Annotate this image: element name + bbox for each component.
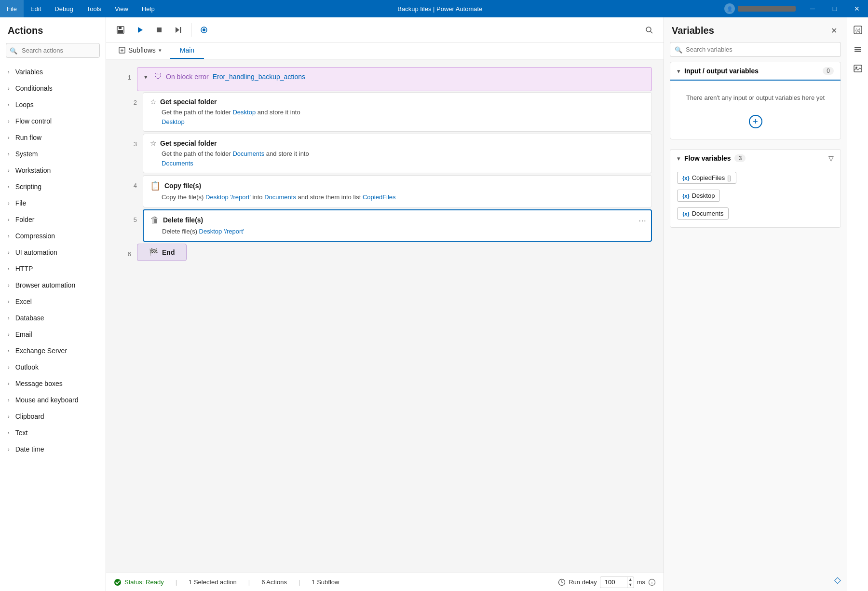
sidebar-item-clipboard[interactable]: ›Clipboard [0, 408, 106, 425]
sidebar-item-run-flow[interactable]: ›Run flow [0, 129, 106, 146]
sidebar-item-outlook[interactable]: ›Outlook [0, 359, 106, 375]
copy-icon: 📋 [150, 180, 161, 191]
var-link-copiedfiles[interactable]: CopiedFiles [363, 193, 396, 201]
spin-down-button[interactable]: ▼ [627, 582, 634, 588]
var-link-desktop[interactable]: Desktop [232, 109, 256, 116]
var-link-desktop2[interactable]: Desktop [162, 118, 185, 125]
tab-subflows[interactable]: Subflows ▾ [112, 42, 168, 59]
add-io-var-area: + [670, 115, 841, 139]
var-link-desktop4[interactable]: Desktop [199, 228, 222, 235]
sidebar-item-browser-automation[interactable]: ›Browser automation [0, 277, 106, 293]
step-card-copy-files[interactable]: 📋 Copy file(s) Copy the file(s) Desktop … [143, 175, 652, 207]
sidebar-item-message-boxes[interactable]: ›Message boxes [0, 375, 106, 392]
flow-step-4: 4 📋 Copy file(s) Copy the file(s) Deskto… [123, 175, 652, 207]
spin-up-button[interactable]: ▲ [627, 577, 634, 582]
var-link-desktop3[interactable]: Desktop [205, 193, 229, 201]
chevron-icon: › [8, 331, 10, 337]
step-title: Delete file(s) [163, 216, 203, 224]
sidebar-item-compression[interactable]: ›Compression [0, 228, 106, 244]
next-button[interactable] [170, 21, 187, 39]
stop-button[interactable] [150, 21, 168, 39]
var-link-documents[interactable]: Documents [232, 150, 264, 157]
minimize-button[interactable]: ─ [801, 0, 824, 17]
svg-point-8 [203, 28, 205, 31]
variable-chip-desktop[interactable]: {x} Desktop [677, 190, 720, 202]
sidebar-item-datetime[interactable]: ›Date time [0, 441, 106, 457]
step-card-get-folder-documents[interactable]: ☆ Get special folder Get the path of the… [143, 134, 652, 173]
search-icon: 🔍 [675, 46, 682, 53]
add-io-variable-button[interactable]: + [749, 115, 762, 128]
svg-point-12 [114, 579, 121, 586]
sidebar-item-ui-automation[interactable]: ›UI automation [0, 244, 106, 261]
step-number: 2 [123, 92, 137, 106]
search-toolbar-button[interactable] [640, 21, 658, 39]
menu-edit[interactable]: Edit [24, 0, 48, 17]
more-options-button[interactable]: ⋯ [638, 216, 646, 225]
chevron-icon: › [8, 151, 10, 157]
sidebar-item-excel[interactable]: ›Excel [0, 293, 106, 310]
sidebar-item-loops[interactable]: ›Loops [0, 96, 106, 113]
tab-main[interactable]: Main [170, 42, 204, 59]
step-title: Get special folder [160, 98, 217, 106]
sidebar-item-system[interactable]: ›System [0, 146, 106, 162]
step-card-delete-files[interactable]: 🗑 Delete file(s) Delete file(s) Desktop … [143, 209, 652, 242]
variables-search-input[interactable] [670, 42, 841, 57]
var-link-documents2[interactable]: Documents [162, 160, 193, 167]
window-title: Backup files | Power Automate [162, 5, 719, 13]
maximize-button[interactable]: □ [824, 0, 846, 17]
star-icon[interactable]: ☆ [150, 139, 156, 148]
close-button[interactable]: ✕ [846, 0, 868, 17]
subflow-text: 1 Subflow [312, 578, 339, 586]
sidebar-item-database[interactable]: ›Database [0, 310, 106, 326]
selected-action-text: 1 Selected action [189, 578, 237, 586]
sidebar-item-label: Message boxes [15, 380, 63, 387]
chevron-icon: › [8, 200, 10, 206]
layers-button[interactable] [849, 41, 867, 58]
star-icon[interactable]: ☆ [150, 97, 156, 106]
image-button[interactable] [849, 60, 867, 77]
save-button[interactable] [112, 21, 129, 39]
step-card-end[interactable]: 🏁 End [137, 244, 187, 261]
sidebar-item-workstation[interactable]: ›Workstation [0, 162, 106, 179]
sidebar-item-http[interactable]: ›HTTP [0, 261, 106, 277]
sidebar-item-scripting[interactable]: ›Scripting [0, 179, 106, 195]
sidebar-item-conditionals[interactable]: ›Conditionals [0, 80, 106, 96]
svg-text:i: i [651, 580, 652, 585]
menu-file[interactable]: File [0, 0, 24, 17]
variables-spacer [664, 228, 847, 569]
chevron-down-icon: ▾ [159, 47, 162, 54]
run-button[interactable] [131, 21, 149, 39]
step-card-error[interactable]: ▾ 🛡 On block error Eror_handling_backup_… [137, 67, 652, 91]
sidebar-item-file[interactable]: ›File [0, 195, 106, 211]
variable-chip-documents[interactable]: {x} Documents [677, 207, 729, 220]
run-delay-input[interactable] [600, 577, 627, 587]
sidebar-item-label: Folder [15, 216, 35, 223]
step-card-get-folder-desktop[interactable]: ☆ Get special folder Get the path of the… [143, 92, 652, 132]
sidebar-item-text[interactable]: ›Text [0, 425, 106, 441]
text1: '/report' [230, 193, 251, 201]
sidebar-item-email[interactable]: ›Email [0, 326, 106, 343]
menu-help[interactable]: Help [135, 0, 162, 17]
sidebar-item-exchange-server[interactable]: ›Exchange Server [0, 343, 106, 359]
sidebar-item-flow-control[interactable]: ›Flow control [0, 113, 106, 129]
variables-toggle-button[interactable]: {x} [849, 21, 867, 39]
variable-chip-copiedfiles[interactable]: {x} CopiedFiles [] [677, 172, 736, 184]
sidebar-item-label: Flow control [15, 117, 52, 125]
var-link-documents3[interactable]: Documents [264, 193, 296, 201]
sidebar-item-variables[interactable]: ›Variables [0, 64, 106, 80]
sidebar-item-label: Database [15, 314, 44, 322]
sidebar-item-folder[interactable]: ›Folder [0, 211, 106, 228]
actions-count-text: 6 Actions [261, 578, 287, 586]
close-variables-button[interactable]: ✕ [829, 24, 839, 37]
collapse-icon[interactable]: ▾ [144, 73, 148, 81]
menu-debug[interactable]: Debug [48, 0, 80, 17]
sidebar-item-mouse-keyboard[interactable]: ›Mouse and keyboard [0, 392, 106, 408]
menu-view[interactable]: View [108, 0, 135, 17]
step-number: 5 [123, 209, 137, 223]
search-input[interactable] [6, 43, 100, 58]
record-button[interactable] [195, 21, 213, 39]
flow-variables-header[interactable]: ▾ Flow variables 3 ▽ [670, 150, 841, 167]
filter-icon[interactable]: ▽ [828, 154, 834, 162]
menu-tools[interactable]: Tools [80, 0, 108, 17]
io-variables-header[interactable]: ▾ Input / output variables 0 [670, 62, 841, 81]
